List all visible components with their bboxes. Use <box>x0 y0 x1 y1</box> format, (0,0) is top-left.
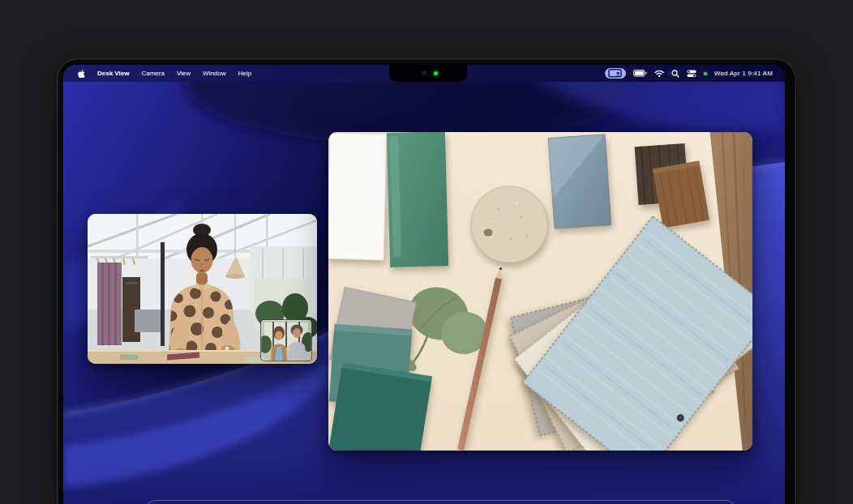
white-tile <box>328 133 387 260</box>
desk-view-icon <box>608 69 623 78</box>
apple-logo-icon <box>77 68 85 78</box>
laptop-screen: Desk View Camera View Window Help <box>63 65 785 504</box>
felt-disc <box>471 186 547 263</box>
control-center-icon[interactable] <box>687 70 697 78</box>
laptop-frame: Desk View Camera View Window Help <box>57 58 796 504</box>
menu-window[interactable]: Window <box>203 70 225 77</box>
blue-grey-tile <box>548 135 611 229</box>
menu-bar-clock[interactable]: Wed Apr 1 9:41 AM <box>714 70 773 77</box>
menu-app-name[interactable]: Desk View <box>97 70 129 77</box>
presenter-video-feed <box>88 214 317 364</box>
camera-notch <box>389 65 467 82</box>
wifi-icon[interactable] <box>654 70 664 77</box>
partial-bottom-window[interactable] <box>146 500 735 504</box>
desk-view-feed <box>328 132 752 451</box>
camera-in-use-dot <box>704 72 707 75</box>
video-call-window[interactable] <box>88 214 317 364</box>
green-tile <box>387 132 448 267</box>
spotlight-search-icon[interactable] <box>671 70 679 78</box>
participants-pip <box>259 319 315 361</box>
menu-camera[interactable]: Camera <box>141 70 164 77</box>
camera-lens-icon <box>422 70 427 76</box>
camera-indicator-light <box>434 71 438 75</box>
desktop-background: Desk View Camera View Window Help <box>0 0 853 504</box>
menu-help[interactable]: Help <box>238 70 251 77</box>
battery-icon[interactable] <box>633 70 647 77</box>
desk-view-status-pill[interactable] <box>605 68 626 79</box>
apple-menu[interactable] <box>77 68 85 79</box>
desk-view-window[interactable] <box>328 132 752 451</box>
menu-view[interactable]: View <box>177 70 191 77</box>
